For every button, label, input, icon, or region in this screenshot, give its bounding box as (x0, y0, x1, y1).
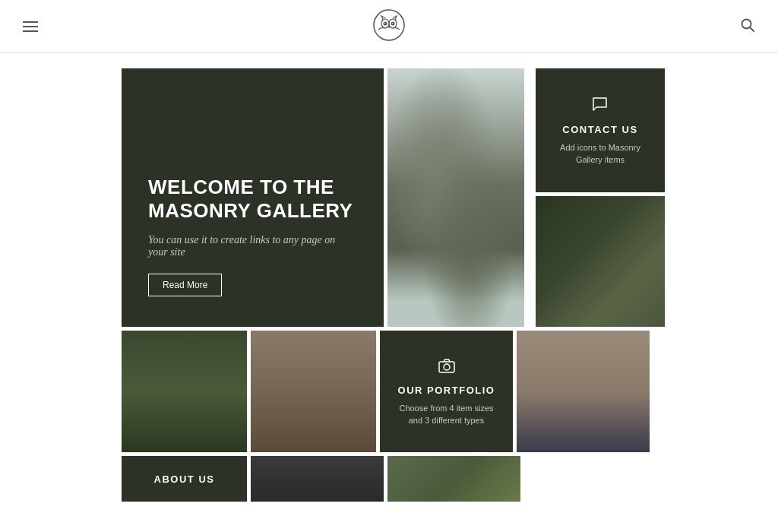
svg-point-6 (392, 22, 394, 24)
site-logo[interactable] (372, 8, 406, 45)
gallery-item-woman-braids[interactable] (517, 331, 650, 452)
gallery-row-2: OUR PORTFOLIO Choose from 4 item sizes a… (122, 331, 656, 452)
svg-line-8 (750, 27, 754, 31)
contact-title: CONTACT US (562, 124, 637, 135)
portfolio-title: OUR PORTFOLIO (398, 385, 495, 396)
welcome-subtitle: You can use it to create links to any pa… (148, 234, 357, 258)
gallery-item-portfolio[interactable]: OUR PORTFOLIO Choose from 4 item sizes a… (380, 331, 513, 452)
search-icon[interactable] (740, 17, 755, 36)
svg-rect-9 (439, 362, 454, 372)
gallery-item-contact[interactable]: CONTACT US Add icons to Masonry Gallery … (536, 68, 665, 192)
read-more-button[interactable]: Read More (148, 274, 222, 296)
about-us-title: ABOUT US (154, 473, 215, 485)
gallery-wrapper: WELCOME TO THE MASONRY GALLERY You can u… (0, 53, 778, 517)
chat-icon (591, 95, 609, 118)
gallery-item-green-leaves[interactable] (387, 456, 520, 502)
gallery-item-person-dark[interactable] (251, 456, 384, 502)
gallery-row-3: ABOUT US (122, 456, 656, 502)
gallery-item-pine[interactable] (122, 331, 247, 452)
gallery-item-welcome[interactable]: WELCOME TO THE MASONRY GALLERY You can u… (122, 68, 384, 327)
camera-icon (438, 356, 456, 378)
gallery-item-cliff[interactable] (387, 68, 524, 327)
gallery-row-1: WELCOME TO THE MASONRY GALLERY You can u… (122, 68, 656, 327)
gallery-item-about-us[interactable]: ABOUT US (122, 456, 247, 502)
gallery-item-person-car[interactable] (251, 331, 376, 452)
hamburger-menu[interactable] (23, 21, 38, 32)
welcome-title: WELCOME TO THE MASONRY GALLERY (148, 176, 357, 223)
gallery-item-woman-forest[interactable] (536, 196, 665, 327)
svg-point-5 (384, 22, 386, 24)
gallery-row1-right: CONTACT US Add icons to Masonry Gallery … (528, 68, 665, 327)
contact-description: Add icons to Masonry Gallery items (551, 141, 650, 166)
svg-point-10 (444, 364, 450, 370)
site-header (0, 0, 778, 53)
portfolio-description: Choose from 4 item sizes and 3 different… (391, 402, 501, 427)
